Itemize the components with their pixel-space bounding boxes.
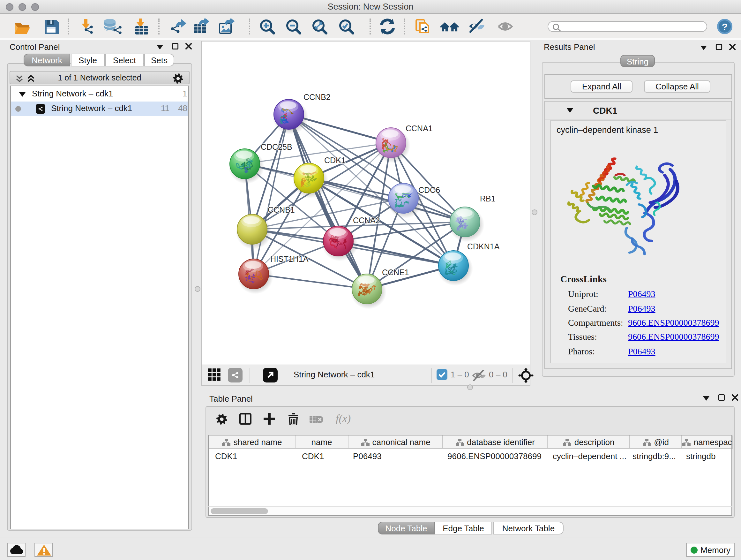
svg-text:CCNA1: CCNA1 [406, 124, 433, 133]
svg-text:CDC6: CDC6 [418, 186, 440, 194]
svg-text:CCNA2: CCNA2 [353, 216, 380, 225]
svg-text:RB1: RB1 [480, 194, 495, 203]
svg-text:CCNE1: CCNE1 [382, 268, 409, 277]
svg-text:CDKN1A: CDKN1A [467, 242, 500, 251]
svg-text:CDK1: CDK1 [324, 156, 346, 165]
svg-text:CCNB1: CCNB1 [268, 205, 295, 214]
svg-text:CCNB2: CCNB2 [304, 92, 331, 102]
svg-text:HIST1H1A: HIST1H1A [270, 254, 309, 263]
svg-text:CDC25B: CDC25B [261, 142, 292, 151]
svg-text:?: ? [722, 21, 728, 32]
